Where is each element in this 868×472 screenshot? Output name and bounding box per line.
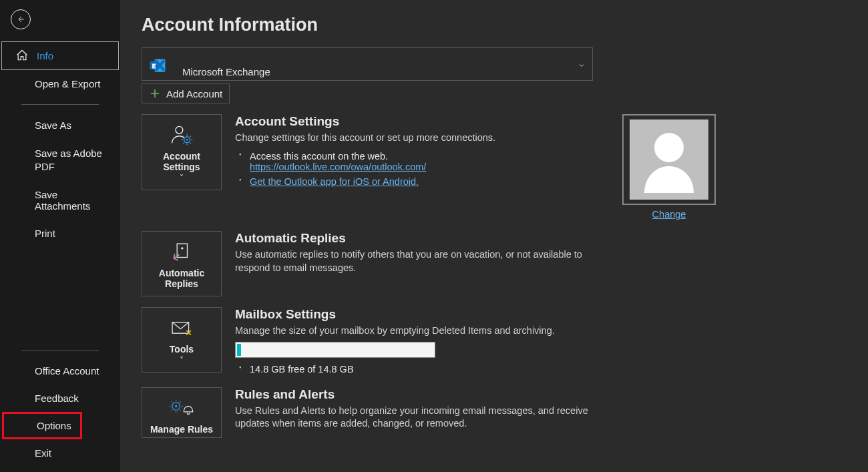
- sidebar-item-open-export[interactable]: Open & Export: [0, 70, 120, 97]
- account-selector-label: Microsoft Exchange: [182, 66, 270, 77]
- outlook-web-link[interactable]: https://outlook.live.com/owa/outlook.com…: [250, 162, 426, 172]
- sidebar-item-exit[interactable]: Exit: [0, 439, 120, 472]
- home-icon: [15, 49, 29, 64]
- account-selector[interactable]: Microsoft Exchange: [142, 47, 593, 81]
- avatar-placeholder-icon: [630, 120, 708, 200]
- sidebar-item-label: Print: [35, 228, 55, 239]
- sidebar-item-label: Office Account: [35, 365, 99, 377]
- sidebar-item-label: Info: [37, 50, 53, 61]
- section-account-settings: Account Settings ˅ Account Settings Chan…: [142, 114, 847, 220]
- button-label: Automatic Replies: [145, 268, 218, 289]
- chevron-down-icon: ˅: [180, 356, 184, 365]
- sidebar-item-options[interactable]: Options: [2, 412, 82, 439]
- section-description: Manage the size of your mailbox by empty…: [235, 324, 596, 338]
- svg-point-2: [176, 126, 183, 134]
- sidebar-item-label: Save Attachments: [35, 189, 90, 212]
- auto-reply-icon: [170, 241, 193, 262]
- manage-rules-button[interactable]: Manage Rules: [142, 387, 222, 438]
- button-label: Account Settings: [145, 151, 218, 172]
- section-heading: Account Settings: [235, 114, 596, 129]
- person-gear-icon: [170, 124, 194, 146]
- sidebar-item-label: Open & Export: [35, 78, 100, 89]
- button-label: Manage Rules: [150, 424, 213, 435]
- quota-text: 14.8 GB free of 14.8 GB: [235, 362, 596, 377]
- list-item: Access this account on the web. https://…: [235, 149, 596, 174]
- gear-bell-icon: [168, 397, 195, 419]
- sidebar-item-label: Options: [37, 420, 71, 431]
- chevron-down-icon: ˅: [180, 174, 184, 183]
- main-panel: Account Information Microsoft Exchange A…: [120, 0, 868, 472]
- plus-icon: [149, 87, 161, 99]
- add-account-button[interactable]: Add Account: [142, 83, 230, 103]
- section-description: Change settings for this account or set …: [235, 132, 596, 145]
- arrow-left-icon: [16, 15, 25, 24]
- sidebar-item-info[interactable]: Info: [1, 41, 119, 70]
- section-mailbox-settings: Tools ˅ Mailbox Settings Manage the size…: [142, 307, 847, 377]
- profile-photo-box: Change: [622, 114, 716, 220]
- mailbox-tools-icon: [170, 317, 194, 338]
- mailbox-quota-bar: [235, 342, 435, 358]
- account-settings-button[interactable]: Account Settings ˅: [142, 114, 222, 190]
- button-label: Tools: [170, 344, 194, 355]
- page-title: Account Information: [142, 15, 847, 35]
- sidebar-item-save-attachments[interactable]: Save Attachments: [0, 181, 120, 220]
- file-sidebar: Info Open & Export Save As Save as Adobe…: [0, 0, 120, 472]
- sidebar-item-label: Save as Adobe PDF: [35, 148, 102, 172]
- back-button[interactable]: [11, 9, 31, 29]
- sidebar-item-label: Save As: [35, 120, 71, 131]
- automatic-replies-button[interactable]: Automatic Replies: [142, 231, 222, 296]
- change-photo-link[interactable]: Change: [652, 209, 686, 220]
- chevron-down-icon: [578, 60, 586, 72]
- outlook-app-link[interactable]: Get the Outlook app for iOS or Android.: [250, 176, 419, 187]
- sidebar-item-label: Feedback: [35, 393, 79, 404]
- svg-point-10: [175, 405, 177, 407]
- svg-point-7: [182, 248, 183, 249]
- section-heading: Mailbox Settings: [235, 307, 596, 322]
- sidebar-item-save-adobe-pdf[interactable]: Save as Adobe PDF: [0, 139, 120, 181]
- svg-point-5: [654, 133, 684, 162]
- profile-photo-frame: [622, 114, 716, 205]
- tools-button[interactable]: Tools ˅: [142, 307, 222, 373]
- sidebar-item-feedback[interactable]: Feedback: [0, 385, 120, 412]
- sidebar-item-save-as[interactable]: Save As: [0, 111, 120, 139]
- exchange-icon: [148, 56, 168, 77]
- sidebar-item-print[interactable]: Print: [0, 220, 120, 247]
- sidebar-item-office-account[interactable]: Office Account: [0, 357, 120, 385]
- svg-point-4: [186, 139, 188, 141]
- section-automatic-replies: Automatic Replies Automatic Replies Use …: [142, 231, 847, 296]
- section-description: Use Rules and Alerts to help organize yo…: [235, 405, 596, 431]
- separator: [21, 350, 99, 350]
- separator: [21, 104, 99, 105]
- add-account-label: Add Account: [166, 88, 222, 99]
- section-description: Use automatic replies to notify others t…: [235, 248, 596, 274]
- section-heading: Rules and Alerts: [235, 387, 596, 402]
- sidebar-item-label: Exit: [35, 447, 51, 459]
- section-rules-alerts: Manage Rules Rules and Alerts Use Rules …: [142, 387, 847, 438]
- list-item: Get the Outlook app for iOS or Android.: [235, 174, 596, 189]
- section-heading: Automatic Replies: [235, 231, 596, 246]
